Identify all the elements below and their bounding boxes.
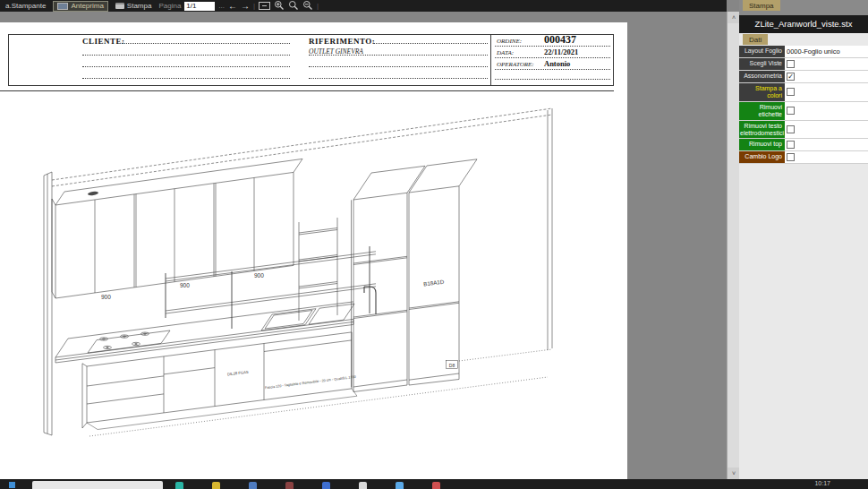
zoom-out-icon: [302, 0, 313, 11]
panel-row-value-text: 0000-Foglio unico: [787, 47, 840, 56]
zoom-dynamic-icon: [288, 0, 299, 11]
taskbar-app-icon[interactable]: [396, 482, 404, 489]
scroll-down-button[interactable]: ˅: [728, 468, 740, 479]
panel-row: Rimuovi top: [739, 139, 868, 151]
tall-cabinet-code-label: B18A1D: [423, 279, 445, 287]
panel-row-label: Rimuovi etichette: [739, 102, 785, 120]
panel-row-label: Assonometria: [739, 71, 785, 82]
dimension-label-900-1: 900: [101, 294, 111, 300]
tab-dati[interactable]: Dati: [743, 34, 768, 45]
panel-row: Layout Foglio0000-Foglio unico: [739, 46, 868, 58]
preview-button[interactable]: Anteprima: [53, 1, 107, 12]
panel-row-label: Cambio Logo: [739, 151, 785, 163]
small-code-label: D8: [449, 363, 455, 368]
scroll-up-button[interactable]: ˄: [728, 12, 740, 23]
panel-row-label: Rimuovi top: [739, 139, 785, 150]
windows-taskbar: 10:17: [0, 479, 868, 489]
taskbar-app-icon[interactable]: [432, 482, 440, 489]
panel-row: Rimuovi etichette: [739, 102, 868, 121]
fit-page-button[interactable]: [259, 2, 270, 10]
taskbar-icons: [175, 482, 440, 489]
panel-row-value: [785, 58, 868, 70]
image-preview-icon: [57, 3, 68, 10]
panel-row-label: Rimuovi testo elettrodomestici: [739, 121, 785, 139]
print-button[interactable]: Stampa: [112, 1, 156, 12]
panel-row: Stampa a colori: [739, 83, 868, 102]
panel-checkbox[interactable]: [787, 88, 795, 96]
panel-scrollbar[interactable]: ˄ ˅: [727, 12, 739, 479]
panel-row: Rimuovi testo elettrodomestici: [739, 121, 868, 140]
start-button-icon[interactable]: [9, 482, 15, 488]
taskbar-clock: 10:17: [814, 480, 830, 486]
panel-row-label: Stampa a colori: [739, 83, 785, 101]
panel-checkbox[interactable]: [787, 107, 795, 115]
print-options-panel: Stampa ZLite_Aranworld_viste.stx Dati La…: [739, 0, 868, 489]
door-code-label: DIL28 FGAS: [227, 370, 249, 377]
panel-row: Assonometria✓: [739, 71, 868, 83]
dimension-label-900-2: 900: [180, 282, 190, 288]
printer-setup-label: a.Stampante: [5, 2, 46, 10]
taskbar-app-icon[interactable]: [322, 482, 330, 489]
zoom-out-button[interactable]: [302, 0, 313, 13]
panel-row-label: Scegli Viste: [739, 58, 785, 70]
panel-checkbox[interactable]: [787, 141, 795, 149]
print-preview-toolbar: a.Stampante Anteprima Stampa Pagina ... …: [0, 0, 727, 12]
toolbar-separator: |: [253, 2, 255, 10]
application-window: a.Stampante Anteprima Stampa Pagina ... …: [0, 0, 868, 489]
zoom-dynamic-button[interactable]: [288, 0, 299, 13]
printer-icon: [115, 3, 124, 9]
taskbar-app-icon[interactable]: [212, 482, 220, 489]
panel-checkbox[interactable]: ✓: [787, 73, 795, 81]
taskbar-app-icon[interactable]: [359, 482, 367, 489]
panel-row: Cambio Logo: [739, 151, 868, 164]
plinth-annotation-label: Fascia 120 - Tagliabile e Removibile - 2…: [265, 375, 356, 390]
page-input[interactable]: [184, 2, 215, 11]
more-pages-button[interactable]: ...: [218, 2, 225, 10]
preview-label: Anteprima: [71, 2, 103, 10]
panel-row-value: [785, 83, 868, 101]
panel-row-value: [785, 121, 868, 139]
panel-row-value: ✓: [785, 71, 868, 82]
taskbar-app-icon[interactable]: [175, 482, 183, 489]
next-page-button[interactable]: →: [241, 1, 250, 12]
tab-stampa[interactable]: Stampa: [743, 0, 780, 11]
previous-page-button[interactable]: ←: [228, 1, 237, 12]
zoom-in-button[interactable]: [274, 0, 285, 13]
panel-row-value: [785, 102, 868, 120]
panel-checkbox[interactable]: [787, 125, 795, 133]
panel-row-label: Layout Foglio: [739, 46, 785, 57]
zoom-in-icon: [274, 0, 285, 11]
print-preview-page: CLIENTE: RIFERIMENTO: OUTLET GINEVRA ORD…: [0, 22, 627, 479]
page-label: Pagina: [158, 2, 181, 10]
panel-row-value: 0000-Foglio unico: [785, 46, 868, 57]
kitchen-drawing: 900 900 900 B18A1D D8 DIL28 FGAS Fascia …: [0, 22, 627, 479]
taskbar-search-input[interactable]: [32, 481, 163, 489]
taskbar-app-icon[interactable]: [285, 482, 294, 489]
panel-row: Scegli Viste: [739, 58, 868, 71]
dimension-label-900-3: 900: [254, 272, 264, 279]
panel-row-value: [785, 139, 868, 150]
panel-checkbox[interactable]: [787, 60, 795, 68]
printer-setup-button[interactable]: a.Stampante: [2, 1, 49, 12]
panel-row-value: [785, 151, 868, 163]
print-label: Stampa: [127, 2, 152, 10]
taskbar-app-icon[interactable]: [249, 482, 257, 489]
panel-checkbox[interactable]: [787, 153, 795, 161]
panel-file-title: ZLite_Aranworld_viste.stx: [739, 15, 868, 33]
toolbar-separator: |: [317, 2, 319, 10]
panel-rows: Layout Foglio0000-Foglio unicoScegli Vis…: [739, 46, 868, 164]
